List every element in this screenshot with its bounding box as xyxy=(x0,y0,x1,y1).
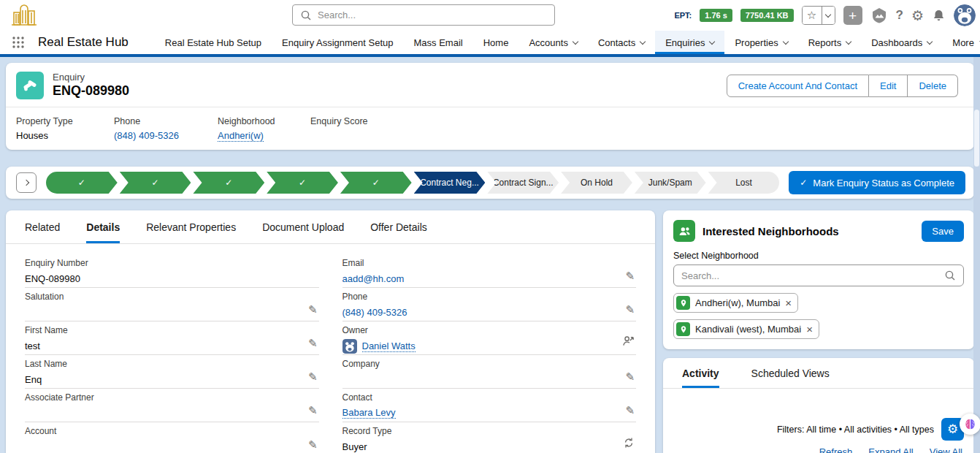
edit-pencil-icon[interactable]: ✎ xyxy=(308,404,318,417)
view-all-link[interactable]: View All xyxy=(930,446,962,453)
edit-pencil-icon[interactable]: ✎ xyxy=(308,438,318,452)
path-stage-contract-negotiation[interactable]: Contract Neg... xyxy=(414,172,486,194)
enquiry-record-icon xyxy=(16,72,44,99)
edit-button[interactable]: Edit xyxy=(869,75,908,97)
edit-pencil-icon[interactable]: ✎ xyxy=(625,303,635,316)
detail-tabs: Related Details Relevant Properties Docu… xyxy=(6,210,655,244)
field-associate-partner: Associate Partner ✎ xyxy=(25,389,319,422)
nav-tab-properties[interactable]: Properties xyxy=(724,31,797,54)
global-search[interactable] xyxy=(292,4,555,26)
field-owner: Owner Daniel Watts xyxy=(342,321,637,355)
nav-tab-mass-email[interactable]: Mass Email xyxy=(404,31,473,54)
nav-tab-reports[interactable]: Reports xyxy=(798,31,862,54)
refresh-link[interactable]: Refresh xyxy=(819,446,853,453)
tab-offer-details[interactable]: Offer Details xyxy=(370,210,427,243)
tab-document-upload[interactable]: Document Upload xyxy=(262,210,344,243)
phone-link[interactable]: (848) 409-5326 xyxy=(342,307,407,318)
nav-tab-dashboards[interactable]: Dashboards xyxy=(861,31,942,54)
nav-tab-enquiries[interactable]: Enquiries xyxy=(655,31,724,54)
edit-pencil-icon[interactable]: ✎ xyxy=(625,404,635,417)
app-launcher-waffle-icon[interactable] xyxy=(12,31,25,54)
field-first-name: First Name test ✎ xyxy=(25,321,319,355)
record-action-buttons: Create Account And Contact Edit Delete xyxy=(727,75,958,97)
edit-pencil-icon[interactable]: ✎ xyxy=(625,370,635,384)
expand-all-link[interactable]: Expand All xyxy=(868,446,913,453)
chevron-down-icon xyxy=(640,38,646,44)
neighborhood-chip-kandivali: Kandivali (west), Mumbai × xyxy=(673,319,819,339)
path-expand-button[interactable] xyxy=(16,172,37,193)
scrollbar-thumb[interactable] xyxy=(974,110,979,167)
field-last-name: Last Name Enq ✎ xyxy=(25,355,319,389)
page-scrollbar[interactable] xyxy=(973,57,980,453)
tab-activity[interactable]: Activity xyxy=(682,358,719,388)
nav-tab-home[interactable]: Home xyxy=(473,31,519,54)
edit-pencil-icon[interactable]: ✎ xyxy=(308,303,318,316)
path-stage-complete-5[interactable]: ✓ xyxy=(340,172,412,194)
save-button[interactable]: Save xyxy=(922,221,964,242)
email-link[interactable]: aadd@hh.com xyxy=(342,273,405,284)
app-name: Real Estate Hub xyxy=(38,31,129,54)
path-stage-junk-spam[interactable]: Junk/Spam xyxy=(635,172,706,194)
global-search-input[interactable] xyxy=(318,9,547,20)
path-stage-complete-3[interactable]: ✓ xyxy=(193,172,264,194)
help-button[interactable]: ? xyxy=(896,8,903,23)
detail-form-right-column: Email aadd@hh.com ✎ Phone (848) 409-5326… xyxy=(342,254,637,453)
ept-time-badge: 1.76 s xyxy=(700,9,732,22)
remove-chip-icon[interactable]: × xyxy=(785,297,792,308)
change-record-type-icon[interactable] xyxy=(623,437,635,452)
activity-card: Activity Scheduled Views Filters: All ti… xyxy=(663,358,974,453)
quick-create-button[interactable]: + xyxy=(843,6,862,25)
check-icon: ✓ xyxy=(225,178,232,188)
edit-pencil-icon[interactable]: ✎ xyxy=(625,270,635,283)
path-stage-complete-1[interactable]: ✓ xyxy=(46,172,118,194)
tab-related[interactable]: Related xyxy=(25,210,60,243)
check-icon: ✓ xyxy=(299,178,306,188)
path-stage-lost[interactable]: Lost xyxy=(708,172,780,194)
highlight-enquiry-score: Enquiry Score xyxy=(310,116,377,141)
notifications-bell-button[interactable] xyxy=(932,9,946,23)
check-icon: ✓ xyxy=(78,178,85,188)
phone-link[interactable]: (848) 409-5326 xyxy=(114,130,179,141)
path-stage-contract-signed[interactable]: Contract Sign... xyxy=(487,172,559,194)
ept-size-badge: 7750.41 KB xyxy=(740,9,794,22)
user-avatar[interactable] xyxy=(954,4,976,26)
owner-link[interactable]: Daniel Watts xyxy=(362,340,416,352)
field-phone: Phone (848) 409-5326 ✎ xyxy=(342,288,637,321)
guidance-center-icon[interactable] xyxy=(870,7,888,24)
contact-link[interactable]: Babara Levy xyxy=(342,407,396,419)
neighborhoods-card-title: Interested Neighborhoods xyxy=(703,225,839,237)
favorites-dropdown-button[interactable] xyxy=(822,7,835,24)
create-account-and-contact-button[interactable]: Create Account And Contact xyxy=(727,75,869,97)
chevron-down-icon xyxy=(709,38,715,44)
change-owner-icon[interactable] xyxy=(622,335,635,350)
tab-relevant-properties[interactable]: Relevant Properties xyxy=(146,210,236,243)
nav-tab-accounts[interactable]: Accounts xyxy=(518,31,587,54)
location-pin-icon xyxy=(676,322,690,336)
path-stage-complete-4[interactable]: ✓ xyxy=(267,172,338,194)
neighborhood-search-input[interactable] xyxy=(681,270,938,281)
mark-status-complete-button[interactable]: ✓ Mark Enquiry Status as Complete xyxy=(789,171,965,194)
edit-pencil-icon[interactable]: ✎ xyxy=(308,337,318,350)
favorite-star-button[interactable]: ☆ xyxy=(803,7,822,24)
tab-scheduled-views[interactable]: Scheduled Views xyxy=(751,358,830,388)
tab-details[interactable]: Details xyxy=(86,210,120,243)
setup-gear-button[interactable]: ⚙ xyxy=(911,7,924,24)
select-neighborhood-label: Select Neighborhood xyxy=(673,251,964,261)
nav-tab-more[interactable]: More xyxy=(942,31,980,54)
path-stage-on-hold[interactable]: On Hold xyxy=(561,172,632,194)
neighborhood-search-box[interactable] xyxy=(673,264,964,286)
delete-button[interactable]: Delete xyxy=(908,75,958,97)
nav-tab-enquiry-assignment-setup[interactable]: Enquiry Assignment Setup xyxy=(272,31,403,54)
edit-pencil-icon[interactable]: ✎ xyxy=(308,370,318,384)
nav-tab-real-estate-hub-setup[interactable]: Real Estate Hub Setup xyxy=(155,31,272,54)
chevron-right-icon xyxy=(23,180,29,186)
field-company: Company ✎ xyxy=(342,355,637,389)
app-navigation-bar: Real Estate Hub Real Estate Hub Setup En… xyxy=(0,31,980,57)
path-stage-complete-2[interactable]: ✓ xyxy=(120,172,191,194)
location-pin-icon xyxy=(676,296,690,310)
remove-chip-icon[interactable]: × xyxy=(806,324,813,335)
browser-extension-brain-icon[interactable] xyxy=(960,414,980,435)
neighborhood-link[interactable]: Andheri(w) xyxy=(218,130,264,142)
field-email: Email aadd@hh.com ✎ xyxy=(342,254,637,288)
nav-tab-contacts[interactable]: Contacts xyxy=(588,31,655,54)
